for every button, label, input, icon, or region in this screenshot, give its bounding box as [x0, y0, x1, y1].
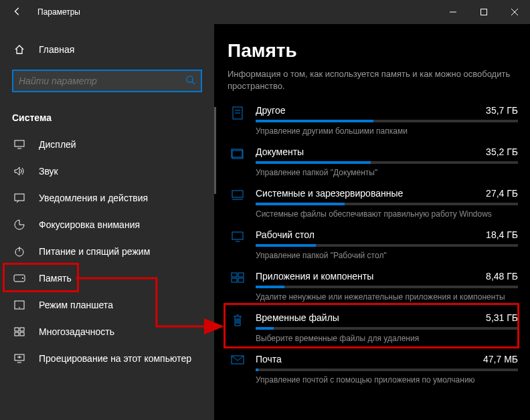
- storage-item-bar: [256, 203, 518, 205]
- storage-item-mail[interactable]: Почта47,7 МБУправление почтой с помощью …: [228, 347, 518, 389]
- sidebar-item-project[interactable]: Проецирование на этот компьютер: [0, 345, 214, 372]
- documents-icon: [228, 146, 248, 177]
- storage-item-bar: [256, 244, 518, 247]
- sidebar-item-label: Память: [39, 273, 72, 284]
- svg-point-4: [187, 76, 193, 82]
- storage-item-name: Другое: [256, 105, 285, 116]
- sidebar-item-label: Дисплей: [39, 139, 76, 150]
- svg-line-5: [192, 82, 195, 84]
- system-icon: [228, 188, 248, 219]
- window-title: Параметры: [37, 7, 80, 17]
- sidebar-item-label: Проецирование на этот компьютер: [39, 353, 191, 364]
- storage-item-size: 27,4 ГБ: [486, 188, 518, 199]
- sidebar: Главная Система Дисплей Звук Уведомления…: [0, 24, 214, 420]
- sidebar-home[interactable]: Главная: [0, 36, 214, 63]
- titlebar: Параметры: [0, 0, 530, 24]
- storage-item-temp[interactable]: Временные файлы5,31 ГБВыберите временные…: [228, 306, 518, 347]
- storage-item-size: 35,2 ГБ: [486, 146, 518, 157]
- focus-icon: [12, 219, 27, 230]
- svg-rect-26: [232, 191, 243, 197]
- storage-item-desc: Системные файлы обеспечивают правильную …: [256, 209, 518, 219]
- sidebar-item-label: Питание и спящий режим: [39, 246, 150, 257]
- storage-item-size: 5,31 ГБ: [486, 312, 518, 323]
- storage-item-desc: Управление папкой "Документы": [256, 168, 518, 177]
- desktop-icon: [228, 229, 248, 260]
- main-panel: Память Информация о том, как используетс…: [214, 24, 530, 420]
- svg-rect-32: [232, 278, 237, 282]
- sidebar-item-notifications[interactable]: Уведомления и действия: [0, 185, 214, 211]
- project-icon: [12, 354, 27, 363]
- apps-icon: [228, 271, 248, 302]
- storage-item-apps[interactable]: Приложения и компоненты8,48 ГБУдалите не…: [228, 264, 518, 306]
- storage-item-desc: Удалите ненужные или нежелательные прило…: [256, 292, 518, 302]
- page-intro: Информация о том, как используется памят…: [228, 68, 518, 92]
- svg-rect-18: [20, 332, 24, 336]
- storage-item-bar: [256, 369, 518, 371]
- close-button[interactable]: [499, 0, 530, 24]
- svg-rect-17: [15, 332, 19, 336]
- storage-list: Другое35,7 ГБУправление другими большими…: [228, 98, 518, 389]
- storage-item-desc: Управление папкой "Рабочий стол": [256, 251, 518, 260]
- sidebar-item-sound[interactable]: Звук: [0, 158, 214, 185]
- svg-rect-28: [232, 232, 243, 239]
- svg-point-14: [19, 307, 20, 308]
- storage-item-name: Документы: [256, 146, 304, 157]
- storage-item-other[interactable]: Другое35,7 ГБУправление другими большими…: [228, 98, 518, 140]
- sidebar-item-label: Фокусировка внимания: [39, 219, 140, 230]
- svg-rect-8: [15, 194, 24, 201]
- temp-icon: [228, 312, 248, 343]
- sidebar-item-display[interactable]: Дисплей: [0, 131, 214, 158]
- notifications-icon: [12, 193, 27, 203]
- storage-item-name: Рабочий стол: [256, 229, 315, 240]
- storage-item-size: 8,48 ГБ: [486, 271, 518, 282]
- search-input[interactable]: [19, 76, 181, 86]
- storage-icon: [12, 274, 27, 282]
- minimize-button[interactable]: [438, 0, 468, 24]
- storage-item-bar: [256, 120, 518, 122]
- sidebar-item-label: Звук: [39, 166, 58, 177]
- svg-rect-31: [238, 273, 244, 277]
- storage-item-documents[interactable]: Документы35,2 ГБУправление папкой "Докум…: [228, 140, 518, 181]
- search-input-wrap[interactable]: [12, 70, 202, 92]
- storage-item-system[interactable]: Системные и зарезервированные27,4 ГБСист…: [228, 181, 518, 223]
- search-icon: [185, 75, 195, 87]
- svg-rect-15: [15, 328, 19, 331]
- sidebar-item-focus[interactable]: Фокусировка внимания: [0, 211, 214, 238]
- sidebar-category: Система: [0, 104, 214, 131]
- storage-item-name: Системные и зарезервированные: [256, 188, 403, 199]
- sound-icon: [12, 167, 27, 176]
- display-icon: [12, 140, 27, 149]
- multitask-icon: [12, 327, 27, 336]
- svg-point-12: [22, 278, 23, 279]
- sidebar-item-label: Режим планшета: [39, 300, 113, 310]
- sidebar-item-multitask[interactable]: Многозадачность: [0, 318, 214, 345]
- scrollbar[interactable]: [214, 107, 216, 194]
- back-button[interactable]: [8, 7, 27, 18]
- home-icon: [12, 44, 27, 55]
- svg-rect-1: [481, 9, 487, 15]
- other-icon: [228, 105, 248, 136]
- svg-rect-33: [238, 278, 244, 282]
- window-controls: [438, 0, 530, 24]
- sidebar-item-label: Многозадачность: [39, 326, 114, 337]
- page-title: Память: [228, 40, 518, 62]
- storage-item-name: Почта: [256, 354, 282, 364]
- tablet-icon: [12, 300, 27, 310]
- storage-item-desktop[interactable]: Рабочий стол18,4 ГБУправление папкой "Ра…: [228, 223, 518, 264]
- storage-item-bar: [256, 286, 518, 288]
- storage-item-desc: Управление почтой с помощью приложения п…: [256, 375, 518, 385]
- sidebar-item-tablet[interactable]: Режим планшета: [0, 292, 214, 318]
- maximize-button[interactable]: [468, 0, 499, 24]
- storage-item-name: Временные файлы: [256, 312, 339, 323]
- svg-rect-6: [15, 140, 24, 146]
- sidebar-item-power[interactable]: Питание и спящий режим: [0, 238, 214, 265]
- storage-item-desc: Выберите временные файлы для удаления: [256, 334, 518, 343]
- mail-icon: [228, 354, 248, 385]
- storage-item-size: 47,7 МБ: [483, 354, 518, 364]
- sidebar-item-label: Уведомления и действия: [39, 193, 148, 203]
- sidebar-home-label: Главная: [39, 44, 74, 55]
- sidebar-item-storage[interactable]: Память: [0, 265, 214, 292]
- storage-item-desc: Управление другими большими папками: [256, 126, 518, 136]
- storage-item-size: 35,7 ГБ: [486, 105, 518, 116]
- storage-item-name: Приложения и компоненты: [256, 271, 373, 282]
